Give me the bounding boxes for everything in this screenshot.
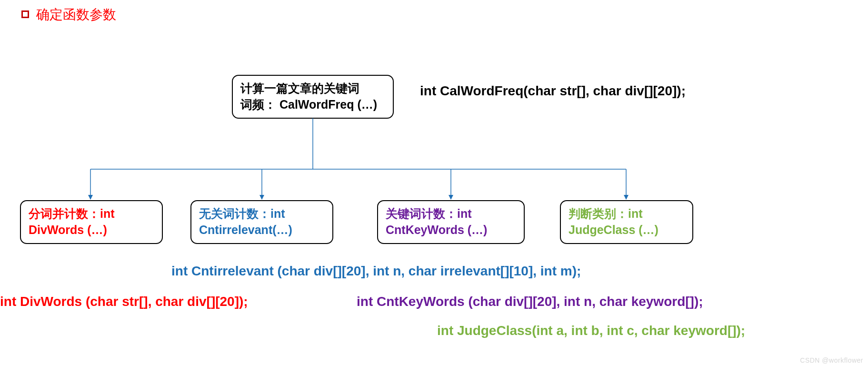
node-judgeclass: 判断类别：int JudgeClass (…): [560, 200, 693, 244]
signature-root: int CalWordFreq(char str[], char div[][2…: [420, 83, 686, 99]
node-root: 计算一篇文章的关键词 词频： CalWordFreq (…): [232, 75, 394, 119]
connector-lines: [0, 0, 868, 366]
node-cntkeywords-line1: 关键词计数：int: [386, 206, 516, 222]
node-root-line2: 词频： CalWordFreq (…): [240, 97, 385, 113]
node-cntirrelevant-line1: 无关词计数：int: [199, 206, 325, 222]
node-divwords-line1: 分词并计数：int: [29, 206, 154, 222]
node-root-line1: 计算一篇文章的关键词: [240, 81, 385, 97]
node-divwords: 分词并计数：int DivWords (…): [20, 200, 163, 244]
signature-divwords: int DivWords (char str[], char div[][20]…: [0, 294, 248, 309]
signature-cntirrelevant: int Cntirrelevant (char div[][20], int n…: [171, 264, 581, 279]
node-judgeclass-line2: JudgeClass (…): [569, 222, 685, 238]
signature-cntkeywords: int CntKeyWords (char div[][20], int n, …: [357, 294, 703, 309]
signature-judgeclass: int JudgeClass(int a, int b, int c, char…: [437, 323, 745, 338]
node-cntkeywords-line2: CntKeyWords (…): [386, 222, 516, 238]
node-cntirrelevant-line2: Cntirrelevant(…): [199, 222, 325, 238]
watermark-text: CSDN @workflower: [800, 356, 863, 364]
page-title: 确定函数参数: [36, 6, 116, 24]
node-cntirrelevant: 无关词计数：int Cntirrelevant(…): [190, 200, 333, 244]
node-cntkeywords: 关键词计数：int CntKeyWords (…): [377, 200, 525, 244]
node-divwords-line2: DivWords (…): [29, 222, 154, 238]
bullet-icon: [21, 10, 29, 18]
node-judgeclass-line1: 判断类别：int: [569, 206, 685, 222]
